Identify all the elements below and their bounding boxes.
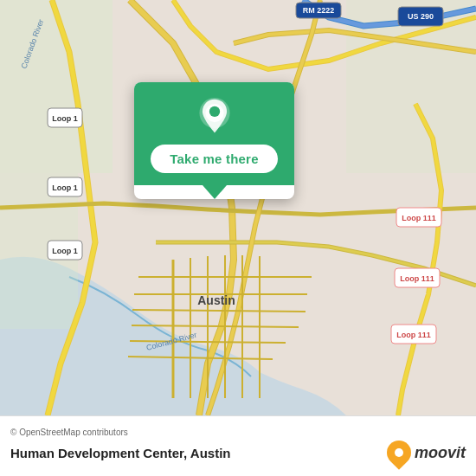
popup-triangle (203, 185, 227, 199)
svg-point-36 (209, 106, 219, 117)
svg-text:US 290: US 290 (408, 12, 434, 21)
svg-line-11 (132, 310, 306, 312)
map-container: Loop 1 Loop 1 Loop 1 US 290 RM 2222 Loop… (0, 0, 476, 415)
moovit-pin-inner (395, 448, 403, 457)
popup-green-area: Take me there (134, 82, 294, 185)
take-me-there-button[interactable]: Take me there (151, 145, 277, 173)
map-roads: Loop 1 Loop 1 Loop 1 US 290 RM 2222 Loop… (0, 0, 476, 415)
svg-text:Loop 111: Loop 111 (402, 214, 436, 222)
svg-text:Austin: Austin (197, 293, 235, 307)
svg-text:Loop 1: Loop 1 (52, 247, 78, 255)
moovit-logo: moovit (387, 441, 466, 465)
svg-text:RM 2222: RM 2222 (303, 6, 335, 15)
bottom-row: Human Development Center, Austin moovit (10, 441, 466, 465)
svg-rect-0 (0, 0, 113, 173)
svg-text:Loop 111: Loop 111 (396, 331, 431, 339)
location-pin-icon (196, 98, 234, 136)
svg-text:Loop 1: Loop 1 (52, 183, 78, 192)
svg-text:Loop 111: Loop 111 (400, 274, 434, 283)
moovit-pin-icon (382, 435, 416, 470)
moovit-brand-text: moovit (415, 444, 466, 462)
bottom-bar: © OpenStreetMap contributors Human Devel… (0, 415, 476, 476)
location-title: Human Development Center, Austin (10, 446, 231, 460)
map-attribution: © OpenStreetMap contributors (10, 428, 466, 437)
location-popup: Take me there (134, 82, 294, 199)
svg-text:Loop 1: Loop 1 (52, 114, 78, 123)
